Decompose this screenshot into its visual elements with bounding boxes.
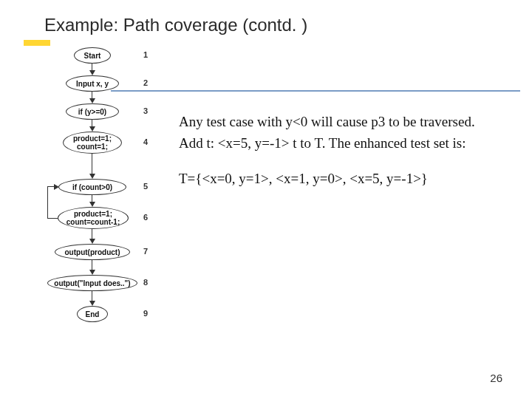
accent-bar: [24, 40, 50, 46]
flowchart-column: Start 1 Input x, y 2 if (y>=0) 3: [41, 40, 160, 365]
title-area: Example: Path coverage (contd. ): [41, 15, 491, 35]
node-out-msg: output("Input does.."): [47, 275, 137, 291]
node-number: 2: [143, 78, 148, 87]
node-number: 1: [143, 50, 148, 59]
content-row: Start 1 Input x, y 2 if (y>=0) 3: [41, 40, 491, 365]
page-number: 26: [490, 372, 502, 384]
node-loop-body: product=1; count=count-1;: [58, 207, 129, 229]
node-out-product: output(product): [55, 244, 130, 260]
divider-line: [111, 90, 520, 92]
node-number: 9: [143, 309, 148, 318]
paragraph-2: T={<x=0, y=1>, <x=1, y=0>, <x=5, y=-1>}: [179, 168, 488, 189]
node-start: Start: [74, 47, 111, 64]
flowchart: Start 1 Input x, y 2 if (y>=0) 3: [41, 47, 160, 365]
node-end: End: [77, 306, 108, 322]
node-init: product=1; count=1;: [63, 132, 122, 154]
node-number: 7: [143, 247, 148, 256]
node-if-count: if (count>0): [58, 179, 126, 195]
node-if-y: if (y>=0): [66, 103, 119, 120]
node-number: 3: [143, 106, 148, 115]
paragraph-1: Any test case with y<0 will cause p3 to …: [179, 111, 488, 154]
body-text: Any test case with y<0 will cause p3 to …: [160, 40, 491, 365]
node-number: 6: [143, 213, 148, 222]
slide-title: Example: Path coverage (contd. ): [41, 15, 491, 35]
node-number: 4: [143, 137, 148, 146]
node-number: 8: [143, 278, 148, 287]
slide: Example: Path coverage (contd. ) Start 1…: [0, 0, 532, 399]
node-input: Input x, y: [66, 75, 119, 92]
node-number: 5: [143, 182, 148, 191]
